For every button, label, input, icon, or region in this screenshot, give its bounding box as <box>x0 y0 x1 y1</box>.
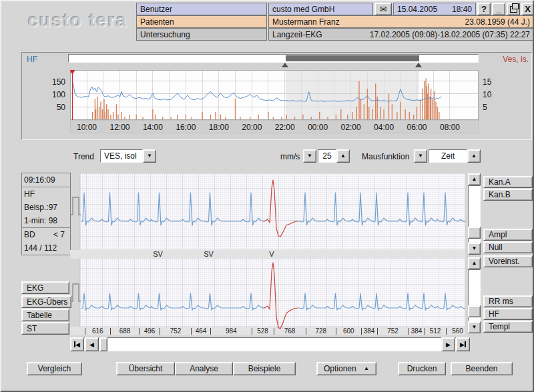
ecg-a-scroll-down-button[interactable]: ▼ <box>468 243 481 255</box>
bp-value: 144 / 112 <box>22 241 70 255</box>
svg-text:728: 728 <box>315 327 326 335</box>
ecg-a-scroll-up-button[interactable]: ▲ <box>468 173 481 185</box>
view-button-tabelle[interactable]: Tabelle <box>21 309 69 321</box>
ecg-h-scrollbar-thumb[interactable] <box>99 337 107 351</box>
bd-value: < 7 <box>53 228 65 241</box>
beenden-button[interactable]: Beenden <box>451 362 513 375</box>
bd-info-group: BD < 7 144 / 112 <box>22 228 70 255</box>
optionen-label: Optionen <box>324 364 356 373</box>
view-button-st[interactable]: ST <box>21 322 69 335</box>
hf-label: HF <box>22 187 70 201</box>
chevron-up-icon: ▲ <box>471 153 477 159</box>
minimize-button[interactable]: _ <box>492 3 505 15</box>
trend-type-dropdown-button[interactable]: ▼ <box>143 149 156 163</box>
scroll-left-button[interactable]: ◀ <box>85 337 99 351</box>
svg-text:752: 752 <box>387 327 398 335</box>
close-icon: X <box>525 4 531 14</box>
svg-text:384: 384 <box>364 327 375 335</box>
trend-chart[interactable]: 10:0012:0014:0016:0018:0020:0022:0000:00… <box>70 70 479 133</box>
app-window: custo tera Benutzer custo med GmbH ✉ 15.… <box>0 0 534 392</box>
svg-text:SV: SV <box>153 250 163 258</box>
speed-down-button[interactable]: ▼ <box>303 149 316 163</box>
trend-ytick-right-10: 10 <box>483 90 503 99</box>
svg-text:14:00: 14:00 <box>143 123 163 132</box>
ecg-b-scroll-up-button[interactable]: ▲ <box>468 257 481 269</box>
drucken-button[interactable]: Drucken <box>398 362 446 375</box>
close-button[interactable]: X <box>521 3 534 15</box>
trend-left-axis-label: HF <box>27 55 37 64</box>
channel-a-button[interactable]: Kan.A <box>483 176 533 188</box>
chevron-left-icon: ◀ <box>75 342 80 347</box>
svg-text:752: 752 <box>170 327 182 335</box>
speed-value[interactable]: 25 <box>318 149 336 163</box>
hf-button[interactable]: HF <box>483 308 533 320</box>
patienten-value: Mustermann Franz 23.08.1959 (44 J.) <box>268 15 534 28</box>
help-button[interactable]: ? <box>477 3 491 15</box>
mail-icon: ✉ <box>380 5 386 14</box>
bd-label: BD <box>24 228 35 241</box>
svg-text:V: V <box>269 250 274 258</box>
chevron-left-icon: ◀ <box>89 342 94 347</box>
patient-name: Mustermann Franz <box>272 17 340 27</box>
ecg-a-scrollbar-thumb[interactable] <box>468 227 481 239</box>
ecg-b-scroll-down-button[interactable]: ▼ <box>468 321 481 333</box>
ecg-h-scrollbar-track[interactable] <box>70 337 469 351</box>
trend-type-select[interactable]: VES, isol <box>100 149 143 163</box>
analyse-button[interactable]: Analyse <box>175 362 233 375</box>
restore-button[interactable] <box>507 3 520 15</box>
chevron-down-icon: ▼ <box>472 246 477 251</box>
chevron-up-icon: ▲ <box>364 366 369 371</box>
mail-button[interactable]: ✉ <box>374 3 392 15</box>
range-end-handle-icon[interactable] <box>415 63 422 67</box>
scroll-last-button[interactable]: ▶ <box>456 337 470 351</box>
beispiele-button[interactable]: Beispiele <box>233 362 296 375</box>
ecg-strip-chart[interactable]: SVSVV61668849675246498452876872860038475… <box>70 172 465 337</box>
svg-text:512: 512 <box>430 327 441 335</box>
speed-label: mm/s <box>280 152 300 161</box>
chevron-down-icon: ▼ <box>307 153 312 159</box>
speed-up-button[interactable]: ▲ <box>336 149 350 163</box>
hf-beisp-value: Beisp.:97 <box>22 201 70 214</box>
optionen-button[interactable]: Optionen ▲ <box>316 362 376 375</box>
trend-range-selection[interactable] <box>286 55 419 61</box>
trend-ytick-right-5: 5 <box>483 103 503 112</box>
mouse-function-dropdown-button[interactable]: ▼ <box>414 149 427 163</box>
chevron-right-icon: ▶ <box>460 342 465 347</box>
channel-b-button[interactable]: Kan.B <box>483 189 533 201</box>
chevron-right-icon: ▶ <box>446 342 451 347</box>
mouse-function-up-button[interactable]: ▲ <box>467 149 481 163</box>
trend-ytick-right-15: 15 <box>483 77 503 87</box>
null-button[interactable]: Null <box>483 241 533 253</box>
templ-button[interactable]: Templ <box>483 321 533 333</box>
svg-text:SV: SV <box>204 250 214 258</box>
ecg-b-scrollbar-thumb[interactable] <box>468 305 481 317</box>
rr-ms-button[interactable]: RR ms <box>483 295 533 307</box>
ampl-button[interactable]: Ampl <box>483 229 533 241</box>
mouse-function-value[interactable]: Zeit <box>429 149 467 163</box>
svg-text:464: 464 <box>196 327 207 335</box>
trend-range-slider[interactable] <box>68 54 479 63</box>
bar-icon <box>465 341 466 347</box>
scroll-right-button[interactable]: ▶ <box>441 337 455 351</box>
scroll-first-button[interactable]: ◀ <box>70 337 84 351</box>
svg-text:384: 384 <box>411 327 423 335</box>
benutzer-value: custo med GmbH <box>268 3 373 15</box>
chevron-down-icon: ▼ <box>472 325 477 330</box>
svg-text:06:00: 06:00 <box>407 123 427 132</box>
range-start-handle-icon[interactable] <box>282 63 288 67</box>
uebersicht-button[interactable]: Übersicht <box>116 362 175 375</box>
exam-period: 17.02.2005 (09:08)-18.02.2005 (07:35) 22… <box>370 30 530 39</box>
svg-text:04:00: 04:00 <box>374 123 394 132</box>
chevron-down-icon: ▼ <box>418 153 423 159</box>
beat-info-panel: 09:16:09 HF Beisp.:97 1-min: 98 BD < 7 1… <box>21 173 71 255</box>
svg-text:18:00: 18:00 <box>209 123 229 132</box>
view-button-ekg-uebersicht[interactable]: EKG-Übers <box>21 295 71 308</box>
patienten-label: Patienten <box>136 15 267 28</box>
svg-text:22:00: 22:00 <box>275 123 295 132</box>
svg-text:560: 560 <box>452 327 463 335</box>
bd-row: BD < 7 <box>22 228 70 241</box>
vergleich-button[interactable]: Vergleich <box>27 362 82 375</box>
voreinst-button[interactable]: Voreinst. <box>483 255 533 267</box>
view-button-ekg[interactable]: EKG <box>21 281 69 294</box>
trend-dropdown-label: Trend <box>73 152 94 161</box>
